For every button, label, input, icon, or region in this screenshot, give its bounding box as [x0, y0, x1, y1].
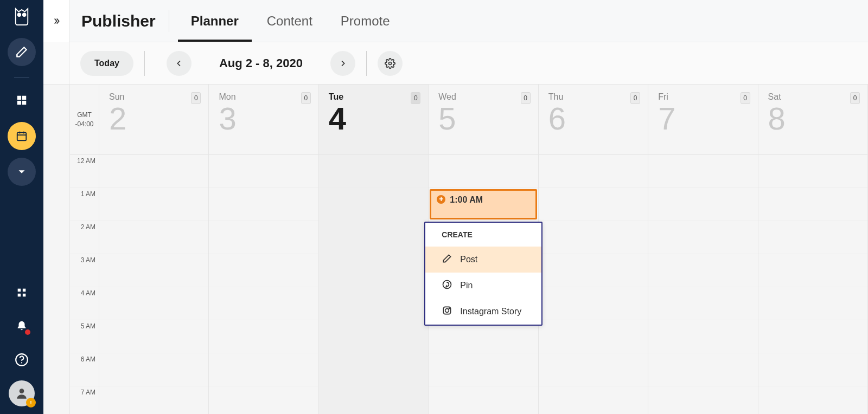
calendar-slot[interactable]: [648, 287, 757, 320]
nav-more-button[interactable]: [8, 158, 36, 186]
calendar-slot[interactable]: [648, 188, 757, 221]
calendar-slot[interactable]: [209, 188, 318, 221]
calendar-slot[interactable]: [539, 386, 648, 414]
calendar-slot[interactable]: [319, 188, 428, 221]
calendar-slot[interactable]: [539, 287, 648, 320]
calendar-slot[interactable]: [758, 188, 867, 221]
selected-slot[interactable]: 1:00 AM: [430, 189, 537, 219]
calendar-slot[interactable]: [209, 320, 318, 353]
create-menu-item[interactable]: Pin: [425, 273, 541, 299]
calendar-slot[interactable]: [319, 386, 428, 414]
day-number: 8: [768, 103, 860, 134]
calendar-slot[interactable]: [648, 320, 757, 353]
nav-notifications-button[interactable]: [9, 313, 35, 339]
svg-point-22: [449, 308, 450, 309]
svg-rect-4: [17, 101, 21, 105]
calendar-slot[interactable]: [209, 221, 318, 254]
day-post-count: 0: [630, 92, 640, 104]
calendar-slot[interactable]: [539, 221, 648, 254]
calendar-slot[interactable]: [758, 221, 867, 254]
rail-separator: [14, 77, 29, 77]
calendar-slot[interactable]: [648, 386, 757, 414]
create-menu-item[interactable]: Instagram Story: [425, 299, 541, 325]
calendar-slot[interactable]: [319, 320, 428, 353]
svg-rect-10: [18, 289, 21, 292]
nav-streams-button[interactable]: [8, 86, 36, 114]
day-post-count: 0: [521, 92, 531, 104]
popover-title: CREATE: [425, 223, 541, 247]
next-week-button[interactable]: [330, 51, 355, 76]
calendar-slot[interactable]: [429, 353, 538, 386]
day-header: Thu 6 0: [539, 85, 648, 155]
calendar-slot[interactable]: [758, 320, 867, 353]
calendar-slot[interactable]: [758, 254, 867, 287]
calendar-slot[interactable]: [648, 155, 757, 188]
calendar-slot[interactable]: [209, 386, 318, 414]
svg-rect-3: [22, 96, 26, 100]
day-column: Mon 3 0: [209, 85, 318, 414]
day-column: Sun 2 0: [99, 85, 209, 414]
calendar-slot[interactable]: [648, 353, 757, 386]
svg-rect-5: [22, 101, 26, 105]
calendar-slot[interactable]: [99, 188, 208, 221]
expand-sidebar-button[interactable]: [43, 0, 69, 42]
nav-account-button[interactable]: !: [9, 380, 35, 406]
calendar-slot[interactable]: [539, 155, 648, 188]
calendar-slot[interactable]: [648, 221, 757, 254]
gear-icon: [385, 58, 395, 69]
calendar-slot[interactable]: [209, 155, 318, 188]
calendar-slot[interactable]: [648, 254, 757, 287]
create-menu-item-label: Pin: [460, 281, 473, 290]
day-post-count: 0: [411, 92, 420, 104]
calendar-slot[interactable]: [319, 221, 428, 254]
calendar-slot[interactable]: [539, 188, 648, 221]
day-post-count: 0: [850, 92, 860, 104]
day-column: Tue 4 0: [319, 85, 429, 414]
calendar-slot[interactable]: [758, 353, 867, 386]
day-column: Fri 7 0: [648, 85, 758, 414]
calendar-slot[interactable]: [209, 287, 318, 320]
svg-point-16: [20, 389, 24, 393]
calendar-slot[interactable]: [319, 353, 428, 386]
calendar-slot[interactable]: [539, 320, 648, 353]
tab-planner[interactable]: Planner: [191, 0, 239, 42]
prev-week-button[interactable]: [167, 51, 192, 76]
calendar-slot[interactable]: [99, 155, 208, 188]
calendar-slot[interactable]: [429, 386, 538, 414]
nav-planner-button[interactable]: [8, 122, 36, 150]
calendar-slot[interactable]: 1:00 AMCREATE Post Pin Instagram Story: [429, 188, 538, 221]
calendar-slot[interactable]: [99, 254, 208, 287]
calendar-slot[interactable]: [99, 386, 208, 414]
calendar-slot[interactable]: [539, 353, 648, 386]
svg-point-21: [445, 309, 449, 313]
time-label: 2 AM: [70, 221, 99, 254]
calendar-slot[interactable]: [539, 254, 648, 287]
tab-content[interactable]: Content: [267, 0, 312, 42]
nav-help-button[interactable]: [9, 347, 35, 373]
compose-button[interactable]: [8, 38, 36, 66]
calendar-toolbar: Today Aug 2 - 8, 2020: [43, 42, 868, 85]
calendar-slot[interactable]: [99, 353, 208, 386]
calendar-slot[interactable]: [319, 287, 428, 320]
calendar-slot[interactable]: [99, 320, 208, 353]
tab-promote[interactable]: Promote: [341, 0, 390, 42]
plus-icon: [437, 195, 445, 204]
calendar-slot[interactable]: [209, 353, 318, 386]
notification-badge-icon: [24, 328, 31, 336]
day-header: Wed 5 0: [429, 85, 538, 155]
calendar-settings-button[interactable]: [378, 51, 403, 76]
calendar-slot[interactable]: [429, 155, 538, 188]
calendar-slot[interactable]: [758, 287, 867, 320]
calendar-slot[interactable]: [758, 386, 867, 414]
nav-apps-button[interactable]: [9, 280, 35, 306]
header-tabs: Planner Content Promote: [191, 0, 390, 42]
calendar-slot[interactable]: [319, 155, 428, 188]
calendar-slot[interactable]: [209, 254, 318, 287]
svg-point-18: [388, 62, 391, 64]
calendar-slot[interactable]: [319, 254, 428, 287]
create-menu-item[interactable]: Post: [425, 247, 541, 273]
calendar-slot[interactable]: [758, 155, 867, 188]
calendar-slot[interactable]: [99, 287, 208, 320]
today-button[interactable]: Today: [80, 51, 133, 76]
calendar-slot[interactable]: [99, 221, 208, 254]
